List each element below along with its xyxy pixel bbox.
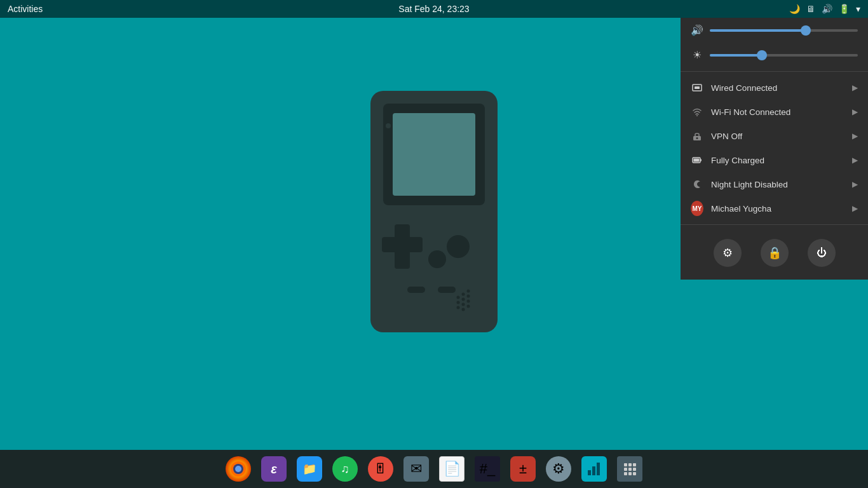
svg-point-21 bbox=[467, 305, 470, 308]
vpn-label: VPN Off bbox=[711, 132, 844, 141]
menu-item-user[interactable]: MY Michael Yugcha ▶ bbox=[681, 196, 868, 220]
vpn-arrow: ▶ bbox=[852, 132, 858, 140]
menu-actions-row: ⚙ 🔒 ⏻ bbox=[681, 229, 868, 269]
topbar-right-icons: 🌙 🖥 🔊 🔋 ▾ bbox=[789, 4, 860, 14]
svg-point-12 bbox=[462, 293, 465, 296]
avatar-image: MY bbox=[691, 201, 703, 216]
system-menu-panel: 🔊 ☀ Wired Connected ▶ bbox=[681, 18, 868, 280]
battery-label: Fully Charged bbox=[711, 156, 844, 165]
wired-arrow: ▶ bbox=[852, 83, 858, 92]
brightness-slider-fill bbox=[710, 54, 762, 57]
svg-rect-2 bbox=[393, 113, 475, 196]
brightness-slider-row: ☀ bbox=[681, 43, 868, 67]
svg-rect-38 bbox=[633, 463, 636, 466]
svg-point-19 bbox=[467, 300, 470, 303]
dock-item-spotify[interactable]: ♫ bbox=[329, 452, 362, 485]
battery-status-icon[interactable]: 🔋 bbox=[839, 4, 850, 14]
svg-rect-43 bbox=[628, 472, 632, 475]
svg-point-20 bbox=[462, 308, 465, 311]
menu-item-wifi[interactable]: Wi-Fi Not Connected ▶ bbox=[681, 100, 868, 124]
power-action-button[interactable]: ⏻ bbox=[808, 239, 836, 267]
svg-rect-33 bbox=[588, 470, 591, 475]
brightness-slider-icon: ☀ bbox=[691, 49, 703, 61]
brightness-slider-track[interactable] bbox=[710, 54, 858, 57]
svg-rect-44 bbox=[633, 472, 636, 475]
dock-item-monitor[interactable] bbox=[578, 452, 611, 485]
user-avatar: MY bbox=[691, 202, 703, 215]
menu-divider-top bbox=[681, 71, 868, 72]
files-icon: 📁 bbox=[297, 456, 322, 482]
lock-action-button[interactable]: 🔒 bbox=[761, 239, 789, 267]
volume-slider-row: 🔊 bbox=[681, 18, 868, 43]
dock-item-terminal[interactable]: #_ bbox=[471, 452, 504, 485]
volume-slider-icon: 🔊 bbox=[691, 24, 703, 36]
user-label: Michael Yugcha bbox=[711, 204, 844, 214]
vpn-icon bbox=[691, 130, 703, 142]
svg-rect-34 bbox=[592, 466, 595, 475]
topbar: Activities Sat Feb 24, 23:23 🌙 🖥 🔊 🔋 ▾ bbox=[0, 0, 868, 18]
volume-slider-thumb[interactable] bbox=[801, 25, 811, 36]
night-mode-icon[interactable]: 🌙 bbox=[789, 4, 800, 14]
spotify-icon: ♫ bbox=[332, 456, 358, 482]
menu-divider-bottom bbox=[681, 224, 868, 225]
nightlight-icon bbox=[691, 178, 703, 191]
dock-item-mail[interactable]: ✉ bbox=[400, 452, 433, 485]
wallpaper-gameboy bbox=[364, 91, 504, 358]
taskbar: ε 📁 ♫ 🎚 ✉ 📄 #_ ± ⚙ bbox=[0, 450, 868, 488]
brightness-slider-thumb[interactable] bbox=[757, 50, 767, 60]
dock-item-app-grid[interactable] bbox=[613, 452, 646, 485]
activities-button[interactable]: Activities bbox=[8, 4, 43, 14]
svg-rect-37 bbox=[628, 463, 632, 466]
svg-rect-35 bbox=[597, 463, 600, 475]
nightlight-arrow: ▶ bbox=[852, 180, 858, 189]
wifi-label: Wi-Fi Not Connected bbox=[711, 107, 844, 117]
mail-icon: ✉ bbox=[403, 456, 429, 482]
svg-rect-40 bbox=[628, 468, 632, 471]
menu-item-battery[interactable]: Fully Charged ▶ bbox=[681, 148, 868, 172]
menu-item-vpn[interactable]: VPN Off ▶ bbox=[681, 124, 868, 148]
menu-item-nightlight[interactable]: Night Light Disabled ▶ bbox=[681, 172, 868, 196]
dock-item-calculator[interactable]: ± bbox=[506, 452, 539, 485]
wired-label: Wired Connected bbox=[711, 83, 844, 93]
dock-item-mixer[interactable]: 🎚 bbox=[364, 452, 397, 485]
wifi-icon bbox=[691, 105, 703, 118]
svg-rect-10 bbox=[438, 287, 456, 293]
settings-icon: ⚙ bbox=[546, 456, 571, 482]
mixer-icon: 🎚 bbox=[368, 456, 393, 482]
settings-action-button[interactable]: ⚙ bbox=[714, 239, 742, 267]
document-viewer-icon: 📄 bbox=[439, 456, 465, 482]
volume-slider-fill bbox=[710, 29, 806, 32]
svg-point-3 bbox=[386, 123, 391, 128]
dock-item-emacs[interactable]: ε bbox=[257, 452, 290, 485]
firefox-icon bbox=[226, 456, 251, 482]
svg-rect-23 bbox=[695, 86, 700, 89]
svg-point-24 bbox=[696, 115, 698, 116]
dock-item-document-viewer[interactable]: 📄 bbox=[435, 452, 468, 485]
svg-point-11 bbox=[457, 296, 460, 299]
calculator-icon: ± bbox=[510, 456, 536, 482]
clock: Sat Feb 24, 23:23 bbox=[398, 4, 469, 14]
svg-rect-6 bbox=[395, 237, 410, 252]
volume-icon[interactable]: 🔊 bbox=[822, 4, 832, 14]
svg-point-16 bbox=[467, 295, 470, 298]
svg-point-14 bbox=[457, 301, 460, 304]
nightlight-label: Night Light Disabled bbox=[711, 180, 844, 189]
svg-rect-29 bbox=[700, 159, 702, 161]
display-icon[interactable]: 🖥 bbox=[806, 4, 815, 14]
dock-item-firefox[interactable] bbox=[222, 452, 255, 485]
app-grid-icon bbox=[617, 456, 642, 482]
svg-point-26 bbox=[696, 137, 698, 139]
menu-item-wired[interactable]: Wired Connected ▶ bbox=[681, 76, 868, 100]
svg-point-18 bbox=[462, 303, 465, 306]
wired-icon bbox=[691, 81, 703, 94]
svg-point-13 bbox=[467, 290, 470, 293]
svg-rect-39 bbox=[624, 468, 627, 471]
dock-item-settings[interactable]: ⚙ bbox=[542, 452, 575, 485]
wifi-arrow: ▶ bbox=[852, 107, 858, 116]
monitor-icon bbox=[581, 456, 607, 482]
volume-slider-track[interactable] bbox=[710, 29, 858, 32]
dock-item-files[interactable]: 📁 bbox=[293, 452, 326, 485]
battery-arrow: ▶ bbox=[852, 156, 858, 165]
system-menu-arrow[interactable]: ▾ bbox=[856, 4, 860, 14]
emacs-icon: ε bbox=[261, 456, 287, 482]
